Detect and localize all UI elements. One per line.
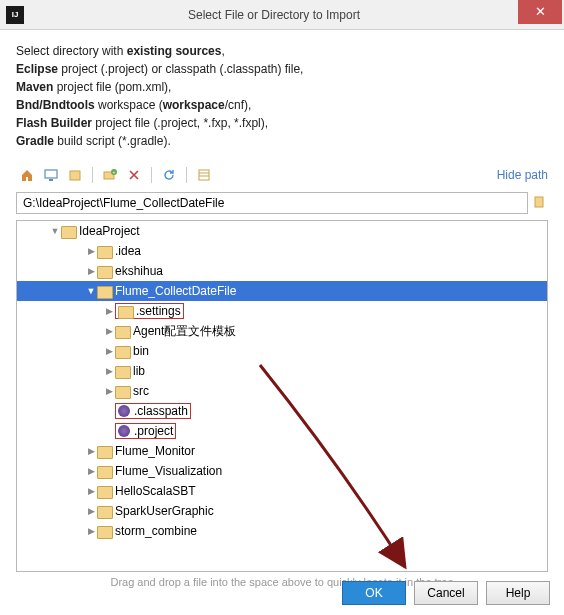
tree-item[interactable]: ▶lib	[17, 361, 547, 381]
tree-label: storm_combine	[115, 524, 197, 538]
tree-label: SparkUserGraphic	[115, 504, 214, 518]
history-icon[interactable]	[532, 195, 548, 211]
folder-icon	[115, 346, 129, 357]
expand-arrow-icon[interactable]: ▶	[103, 346, 115, 356]
expand-arrow-icon[interactable]: ▶	[85, 526, 97, 536]
refresh-icon[interactable]	[158, 164, 180, 186]
folder-icon	[97, 266, 111, 277]
folder-icon	[115, 386, 129, 397]
folder-icon	[97, 466, 111, 477]
expand-arrow-icon[interactable]: ▶	[85, 466, 97, 476]
expand-arrow-icon[interactable]: ▶	[85, 246, 97, 256]
tree-label: .idea	[115, 244, 141, 258]
home-icon[interactable]	[16, 164, 38, 186]
file-icon	[118, 405, 130, 417]
tree-item[interactable]: ▶SparkUserGraphic	[17, 501, 547, 521]
tree-label: .project	[134, 424, 173, 438]
tree-label: src	[133, 384, 149, 398]
tree-item[interactable]: ▼Flume_CollectDateFile	[17, 281, 547, 301]
close-button[interactable]: ✕	[518, 0, 562, 24]
tree-root[interactable]: ▼ IdeaProject	[17, 221, 547, 241]
tree-item[interactable]: ▶storm_combine	[17, 521, 547, 541]
svg-rect-2	[70, 171, 80, 180]
expand-arrow-icon[interactable]: ▶	[85, 446, 97, 456]
tree-item[interactable]: .classpath	[17, 401, 547, 421]
button-bar: OK Cancel Help	[342, 581, 550, 605]
hide-path-link[interactable]: Hide path	[497, 168, 548, 182]
file-icon	[118, 425, 130, 437]
svg-rect-9	[535, 197, 543, 207]
tree-label: Agent配置文件模板	[133, 323, 236, 340]
path-input[interactable]	[16, 192, 528, 214]
expand-arrow-icon[interactable]: ▶	[85, 486, 97, 496]
help-button[interactable]: Help	[486, 581, 550, 605]
tree-item[interactable]: .project	[17, 421, 547, 441]
tree-label: IdeaProject	[79, 224, 140, 238]
expand-arrow-icon[interactable]: ▶	[85, 506, 97, 516]
separator	[92, 167, 93, 183]
tree-item[interactable]: ▶bin	[17, 341, 547, 361]
folder-icon	[97, 246, 111, 257]
folder-icon	[115, 326, 129, 337]
tree-item[interactable]: ▶HelloScalaSBT	[17, 481, 547, 501]
project-icon[interactable]	[64, 164, 86, 186]
tree-item[interactable]: ▶Agent配置文件模板	[17, 321, 547, 341]
tree-item[interactable]: ▶.idea	[17, 241, 547, 261]
tree-item[interactable]: ▶.settings	[17, 301, 547, 321]
tree-item[interactable]: ▶Flume_Monitor	[17, 441, 547, 461]
tree-item[interactable]: ▶Flume_Visualization	[17, 461, 547, 481]
delete-icon[interactable]	[123, 164, 145, 186]
tree-item[interactable]: ▶ekshihua	[17, 261, 547, 281]
folder-icon	[118, 306, 132, 317]
intro-text: Select directory with existing sources, …	[16, 42, 548, 150]
folder-icon	[115, 366, 129, 377]
tree-label: Flume_CollectDateFile	[115, 284, 236, 298]
folder-icon	[97, 506, 111, 517]
tree-label: Flume_Visualization	[115, 464, 222, 478]
tree-label: lib	[133, 364, 145, 378]
tree-item[interactable]: ▶src	[17, 381, 547, 401]
folder-icon	[97, 446, 111, 457]
folder-icon	[97, 526, 111, 537]
file-tree[interactable]: ▼ IdeaProject ▶.idea▶ekshihua▼Flume_Coll…	[16, 220, 548, 572]
svg-rect-6	[199, 170, 209, 180]
expand-arrow-icon[interactable]: ▶	[103, 366, 115, 376]
expand-arrow-icon[interactable]: ▶	[85, 266, 97, 276]
window-title: Select File or Directory to Import	[30, 8, 518, 22]
expand-arrow-icon[interactable]: ▶	[103, 326, 115, 336]
svg-rect-0	[45, 170, 57, 178]
expand-arrow-icon[interactable]: ▶	[103, 386, 115, 396]
titlebar: IJ Select File or Directory to Import ✕	[0, 0, 564, 30]
expand-arrow-icon[interactable]: ▼	[85, 286, 97, 296]
svg-text:+: +	[113, 169, 116, 175]
desktop-icon[interactable]	[40, 164, 62, 186]
ok-button[interactable]: OK	[342, 581, 406, 605]
expand-arrow-icon[interactable]: ▶	[103, 306, 115, 316]
folder-icon	[97, 486, 111, 497]
folder-icon	[61, 226, 75, 237]
cancel-button[interactable]: Cancel	[414, 581, 478, 605]
separator	[151, 167, 152, 183]
tree-label: bin	[133, 344, 149, 358]
svg-rect-1	[49, 179, 53, 181]
tree-label: Flume_Monitor	[115, 444, 195, 458]
tree-label: ekshihua	[115, 264, 163, 278]
show-hidden-icon[interactable]	[193, 164, 215, 186]
tree-label: .settings	[136, 304, 181, 318]
app-icon: IJ	[6, 6, 24, 24]
tree-label: .classpath	[134, 404, 188, 418]
folder-icon	[97, 286, 111, 297]
tree-label: HelloScalaSBT	[115, 484, 196, 498]
separator	[186, 167, 187, 183]
new-folder-icon[interactable]: +	[99, 164, 121, 186]
toolbar: + Hide path	[16, 164, 548, 186]
